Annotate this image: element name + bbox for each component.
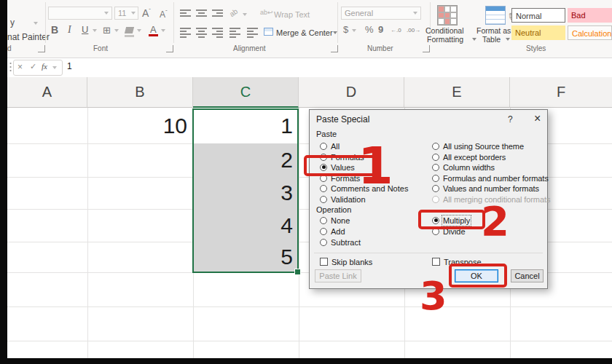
radio-all-source-theme[interactable]: All using Source theme xyxy=(432,141,524,151)
chevron-down-icon[interactable] xyxy=(352,29,356,32)
chevron-down-icon xyxy=(413,12,417,15)
format-as-table-button[interactable]: Format as xyxy=(476,26,511,35)
radio-multiply[interactable]: Multiply xyxy=(432,215,470,225)
accounting-format-button[interactable]: $ xyxy=(343,24,348,35)
radio-column-widths[interactable]: Column widths xyxy=(432,162,495,172)
chevron-down-icon[interactable] xyxy=(243,13,247,16)
formula-enter-icon[interactable]: ✓ xyxy=(30,62,36,71)
group-separator xyxy=(45,2,46,43)
align-center-button[interactable] xyxy=(196,28,207,38)
cell-C3[interactable]: 3 xyxy=(193,177,299,209)
radio-add[interactable]: Add xyxy=(320,226,345,236)
checkbox-transpose[interactable]: Transpose xyxy=(432,257,482,266)
copy-button-fragment[interactable]: y xyxy=(10,17,15,28)
alignment-dialog-launcher-icon[interactable] xyxy=(331,45,338,52)
style-chip-neutral[interactable]: Neutral xyxy=(511,25,565,40)
middle-align-button[interactable] xyxy=(196,9,207,17)
style-chip-calculation[interactable]: Calculation xyxy=(568,25,612,40)
borders-button[interactable]: ⊞ xyxy=(103,25,111,36)
help-icon[interactable]: ? xyxy=(508,114,513,124)
chevron-down-icon[interactable] xyxy=(161,29,165,32)
comma-style-icon[interactable]: 9 xyxy=(378,24,383,35)
number-group-label: Number xyxy=(367,44,393,52)
close-icon[interactable]: × xyxy=(534,112,541,125)
orientation-button[interactable]: ab xyxy=(228,7,239,18)
top-align-button[interactable] xyxy=(180,9,191,17)
radio-label: All except borders xyxy=(443,153,506,162)
decrease-decimal-icon[interactable]: .00→ xyxy=(407,27,420,33)
radio-all[interactable]: All xyxy=(320,141,340,151)
grow-font-button[interactable]: Aˆ xyxy=(142,7,151,19)
wrap-text-icon: ab↩ xyxy=(260,9,273,16)
increase-indent-button[interactable] xyxy=(247,28,258,38)
cell-C2[interactable]: 2 xyxy=(193,143,299,177)
radio-none[interactable]: None xyxy=(320,215,350,225)
increase-decimal-icon[interactable]: ←.0 xyxy=(391,27,401,33)
radio-divide[interactable]: Divide xyxy=(432,226,466,236)
paste-section-label: Paste xyxy=(316,130,337,138)
bold-button[interactable]: B xyxy=(51,24,58,36)
style-chip-normal[interactable]: Normal xyxy=(511,8,565,23)
font-name-combo[interactable] xyxy=(48,7,112,20)
checkbox-skip-blanks[interactable]: Skip blanks xyxy=(320,257,372,266)
column-header-E[interactable]: E xyxy=(404,77,510,108)
chevron-down-icon[interactable] xyxy=(34,22,38,25)
number-dialog-launcher-icon[interactable] xyxy=(423,45,430,52)
radio-values[interactable]: Values xyxy=(320,162,355,172)
underline-button[interactable]: U xyxy=(82,24,88,35)
column-header-A[interactable]: A xyxy=(7,77,87,108)
fat-line2b: Table xyxy=(482,35,501,44)
radio-values-number-formats[interactable]: Values and number formats xyxy=(432,183,539,193)
fill-handle[interactable] xyxy=(294,269,301,275)
formula-buttons-box: × ✓ fx xyxy=(13,60,63,76)
column-header-D[interactable]: D xyxy=(299,77,404,108)
radio-validation[interactable]: Validation xyxy=(320,194,366,204)
column-header-B[interactable]: B xyxy=(87,77,193,108)
column-header-C[interactable]: C xyxy=(193,77,299,108)
chevron-down-icon[interactable] xyxy=(52,66,57,69)
merge-center-button[interactable]: Merge & Center xyxy=(276,28,333,37)
align-left-button[interactable] xyxy=(180,28,191,38)
format-painter-button-fragment[interactable]: nat Painter xyxy=(7,32,50,42)
chevron-down-icon[interactable] xyxy=(137,29,141,32)
cell-C5[interactable]: 5 xyxy=(193,242,299,272)
radio-subtract[interactable]: Subtract xyxy=(320,237,361,247)
formula-bar-grip[interactable] xyxy=(9,62,12,72)
cell-B1[interactable]: 10 xyxy=(87,108,193,143)
chevron-down-icon[interactable] xyxy=(114,29,119,32)
font-dialog-launcher-icon[interactable] xyxy=(166,45,173,52)
italic-button[interactable]: I xyxy=(68,24,71,36)
percent-style-button[interactable]: % xyxy=(365,24,374,35)
chevron-down-icon[interactable] xyxy=(93,29,97,32)
conditional-formatting-button[interactable]: Conditional xyxy=(425,26,464,35)
fill-color-icon[interactable] xyxy=(125,27,134,33)
formula-cancel-icon[interactable]: × xyxy=(17,62,23,72)
clipboard-dialog-launcher-icon[interactable] xyxy=(38,45,45,52)
ok-button[interactable]: OK xyxy=(455,269,498,282)
radio-comments-notes[interactable]: Comments and Notes xyxy=(320,183,408,193)
shrink-font-button[interactable]: Aˇ xyxy=(160,9,168,20)
bottom-align-button[interactable] xyxy=(212,9,223,17)
chevron-down-icon xyxy=(131,12,136,15)
wrap-text-button[interactable]: Wrap Text xyxy=(274,10,310,19)
bottom-crop-bar xyxy=(0,358,612,364)
paste-link-button: Paste Link xyxy=(315,269,361,282)
cell-C4[interactable]: 4 xyxy=(193,209,299,242)
cell-C1[interactable]: 1 xyxy=(193,108,299,143)
decrease-indent-button[interactable] xyxy=(230,28,240,38)
cancel-button[interactable]: Cancel xyxy=(511,269,544,282)
style-chip-bad[interactable]: Bad xyxy=(568,8,612,23)
merge-center-icon xyxy=(264,28,273,36)
column-header-F[interactable]: F xyxy=(510,77,612,108)
radio-formulas-number-formats[interactable]: Formulas and number formats xyxy=(432,173,549,183)
radio-formulas[interactable]: Formulas xyxy=(320,152,364,162)
font-color-button[interactable]: A xyxy=(150,24,157,35)
wrap-icon-text: ab xyxy=(260,9,267,16)
font-size-combo[interactable]: 11 xyxy=(114,7,138,20)
formula-input[interactable]: 1 xyxy=(67,61,72,71)
radio-all-except-borders[interactable]: All except borders xyxy=(432,152,506,162)
number-format-combo[interactable]: General xyxy=(341,7,421,20)
insert-function-icon[interactable]: fx xyxy=(42,62,47,71)
align-right-button[interactable] xyxy=(212,28,223,38)
radio-formats[interactable]: Formats xyxy=(320,173,360,183)
